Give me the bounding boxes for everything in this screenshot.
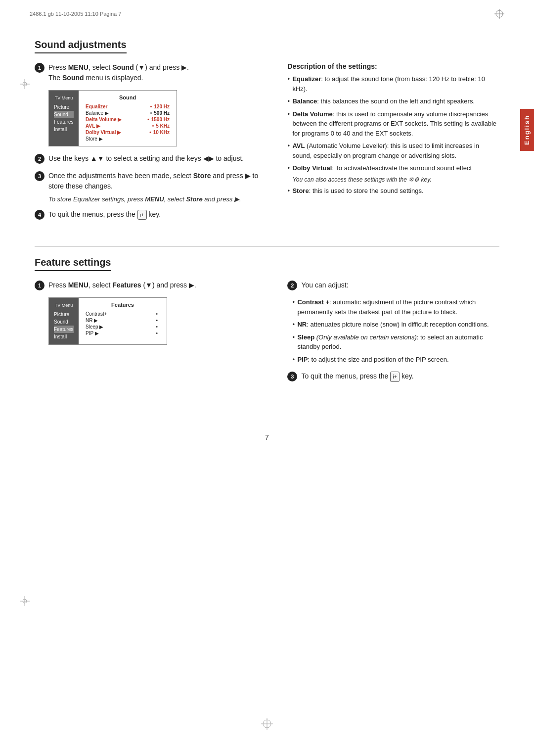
- f-menu-title: Features: [86, 302, 160, 308]
- quit-key-icon: i+: [137, 210, 147, 220]
- crosshair-left-top: [20, 79, 30, 91]
- crosshair-icon-top: [494, 9, 504, 19]
- desc-list-store: Store: this is used to store the sound s…: [287, 186, 499, 196]
- feature-step1: 1 Press MENU, select Features (▼) and pr…: [35, 280, 267, 290]
- f-step3-text: To quit the menus, press the i+ key.: [301, 371, 413, 382]
- feature-desc-nr: NR: attenuates picture noise (snow) in d…: [292, 320, 499, 330]
- menu-title-label: TV Menu: [54, 94, 74, 101]
- f-menu-left-panel: TV Menu Picture Sound Features Install: [49, 298, 79, 344]
- menu-item-sound-active: Sound: [54, 111, 74, 118]
- f-menu-title-label: TV Menu: [54, 302, 74, 309]
- eq-row: Equalizer • 120 Hz: [86, 103, 170, 110]
- f-menu-item-picture: Picture: [54, 311, 74, 318]
- step1-num: 1: [35, 63, 44, 73]
- sound-left-col: 1 Press MENU, select Sound (▼) and press…: [35, 62, 267, 227]
- sleep-row: Sleep ▶ •: [86, 324, 160, 330]
- sound-right-col: Description of the settings: Equalizer: …: [287, 62, 499, 227]
- nr-row: NR ▶ •: [86, 317, 160, 324]
- page-number: 7: [0, 424, 534, 451]
- dolby-row: Dolby Virtual ▶ • 10 KHz: [86, 129, 170, 136]
- page-header: 2486.1 gb 11-10-2005 11:10 Pagina 7: [0, 0, 534, 24]
- feature-right-col: 2 You can adjust: Contrast +: automatic …: [287, 280, 499, 389]
- feature-desc-list: Contrast +: automatic adjustment of the …: [287, 297, 499, 364]
- sound-menu-diagram: TV Menu Picture Sound Features Install S…: [48, 90, 177, 146]
- eq-label: Equalizer: [86, 104, 148, 109]
- desc-delta: Delta Volume: this is used to compensate…: [287, 109, 499, 139]
- language-tab: English: [520, 109, 534, 151]
- main-content: Sound adjustments 1 Press MENU, select S…: [0, 24, 534, 424]
- dolby-val: 10 KHz: [153, 130, 170, 135]
- crosshair-left-bottom: [20, 596, 30, 608]
- menu-right-panel: Sound Equalizer • 120 Hz Balance ▶ • 500…: [79, 91, 177, 146]
- step3-num: 3: [35, 171, 44, 181]
- eq-val: 120 Hz: [154, 104, 170, 109]
- crosshair-bottom: [261, 718, 273, 731]
- store-sound-row: Store ▶: [86, 136, 170, 142]
- sound-menu-title: Sound: [86, 94, 170, 100]
- step1-text: Press MENU, select Sound (▼) and press ▶…: [48, 62, 189, 83]
- sound-section-title: Sound adjustments: [35, 39, 127, 53]
- menu-item-picture: Picture: [54, 103, 74, 111]
- sound-step3: 3 Once the adjustments have been made, s…: [35, 171, 267, 191]
- features-menu-diagram: TV Menu Picture Sound Features Install F…: [48, 297, 167, 345]
- feature-two-col: 1 Press MENU, select Features (▼) and pr…: [35, 280, 499, 389]
- sound-step1: 1 Press MENU, select Sound (▼) and press…: [35, 62, 267, 83]
- feature-left-col: 1 Press MENU, select Features (▼) and pr…: [35, 280, 267, 389]
- pip-row: PIP ▶ •: [86, 330, 160, 336]
- feature-section: Feature settings 1 Press MENU, select Fe…: [35, 246, 499, 389]
- contrast-row: Contrast+ •: [86, 311, 160, 317]
- f-menu-item-sound: Sound: [54, 318, 74, 326]
- sound-step2: 2 Use the keys ▲▼ to select a setting an…: [35, 153, 267, 164]
- feature-desc-pip: PIP: to adjust the size and position of …: [292, 355, 499, 365]
- feature-divider: [35, 246, 499, 247]
- sleep-label: Sleep ▶: [86, 324, 154, 330]
- feature-section-title: Feature settings: [35, 257, 111, 271]
- f-quit-key-icon: i+: [390, 372, 400, 382]
- menu-item-features: Features: [54, 118, 74, 126]
- menu-left-panel: TV Menu Picture Sound Features Install: [49, 91, 79, 146]
- feature-desc-contrast: Contrast +: automatic adjustment of the …: [292, 297, 499, 317]
- step2-text: Use the keys ▲▼ to select a setting and …: [48, 153, 244, 164]
- desc-title: Description of the settings:: [287, 62, 499, 70]
- store-sound-label: Store ▶: [86, 136, 166, 142]
- step4-num: 4: [35, 210, 44, 220]
- step2-num: 2: [35, 154, 44, 164]
- balance-label: Balance ▶: [86, 110, 148, 116]
- step3-note: To store Equalizer settings, press MENU,…: [35, 194, 267, 204]
- feature-step2: 2 You can adjust:: [287, 280, 499, 290]
- desc-avl: AVL (Automatic Volume Leveller): this is…: [287, 141, 499, 160]
- f-step1-text: Press MENU, select Features (▼) and pres…: [48, 280, 196, 290]
- avl-val: 5 KHz: [156, 123, 170, 129]
- sound-step4: 4 To quit the menus, press the i+ key.: [35, 209, 267, 220]
- pip-label: PIP ▶: [86, 331, 154, 336]
- sound-section: Sound adjustments 1 Press MENU, select S…: [35, 39, 499, 227]
- desc-dolby: Dolby Virtual: To activate/deactivate th…: [287, 163, 499, 173]
- avl-label: AVL ▶: [86, 123, 150, 129]
- contrast-label: Contrast+: [86, 311, 154, 317]
- f-step2-num: 2: [287, 281, 297, 290]
- nr-label: NR ▶: [86, 318, 154, 323]
- f-step2-text: You can adjust:: [301, 280, 348, 290]
- desc-list: Equalizer: to adjust the sound tone (fro…: [287, 74, 499, 173]
- balance-row: Balance ▶ • 500 Hz: [86, 110, 170, 116]
- balance-val: 500 Hz: [154, 110, 170, 116]
- f-menu-item-features-active: Features: [54, 326, 74, 333]
- desc-balance: Balance: this balances the sound on the …: [287, 96, 499, 106]
- dolby-label: Dolby Virtual ▶: [86, 130, 147, 135]
- delta-label: Delta Volume ▶: [86, 117, 145, 122]
- header-text: 2486.1 gb 11-10-2005 11:10 Pagina 7: [30, 11, 121, 17]
- f-menu-item-install: Install: [54, 333, 74, 340]
- f-step1-num: 1: [35, 281, 44, 290]
- avl-row: AVL ▶ • 5 KHz: [86, 123, 170, 129]
- delta-row: Delta Volume ▶ • 1500 Hz: [86, 116, 170, 123]
- menu-item-install: Install: [54, 126, 74, 133]
- feature-step3: 3 To quit the menus, press the i+ key.: [287, 371, 499, 382]
- sound-two-col: 1 Press MENU, select Sound (▼) and press…: [35, 62, 499, 227]
- step4-text: To quit the menus, press the i+ key.: [48, 209, 161, 220]
- desc-equalizer: Equalizer: to adjust the sound tone (fro…: [287, 74, 499, 94]
- step3-text: Once the adjustments have been made, sel…: [48, 171, 267, 191]
- f-step3-num: 3: [287, 372, 297, 381]
- dolby-note: You can also access these settings with …: [292, 176, 499, 183]
- feature-desc-sleep: Sleep (Only available on certain version…: [292, 332, 499, 352]
- delta-val: 1500 Hz: [151, 117, 170, 122]
